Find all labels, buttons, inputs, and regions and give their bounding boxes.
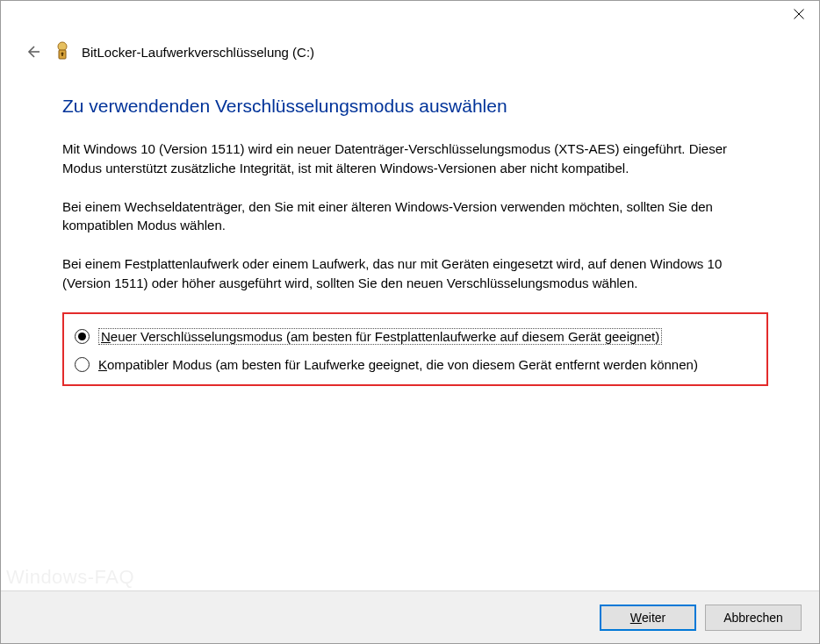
content-area: Zu verwendenden Verschlüsselungsmodus au… (1, 68, 819, 590)
intro-paragraph-3: Bei einem Festplattenlaufwerk oder einem… (62, 254, 768, 293)
svg-rect-6 (61, 54, 63, 56)
mnemonic-char: N (101, 329, 111, 344)
radio-new-mode-label: Neuer Verschlüsselungsmodus (am besten f… (98, 328, 662, 345)
mnemonic-char: K (98, 357, 107, 372)
header-row: BitLocker-Laufwerkverschlüsselung (C:) (1, 36, 819, 68)
label-rest: eiter (642, 611, 665, 625)
label-rest: ompatibler Modus (am besten für Laufwerk… (107, 357, 698, 372)
label-rest: euer Verschlüsselungsmodus (am besten fü… (111, 329, 659, 344)
next-button[interactable]: Weiter (600, 605, 696, 631)
bitlocker-wizard-window: BitLocker-Laufwerkverschlüsselung (C:) Z… (0, 0, 820, 644)
close-icon (794, 9, 804, 19)
cancel-button[interactable]: Abbrechen (705, 605, 802, 631)
radio-indicator (75, 329, 90, 344)
encryption-mode-group: Neuer Verschlüsselungsmodus (am besten f… (62, 312, 768, 386)
radio-compat-mode-label: Kompatibler Modus (am besten für Laufwer… (98, 357, 698, 372)
radio-new-mode[interactable]: Neuer Verschlüsselungsmodus (am besten f… (75, 328, 756, 345)
titlebar (1, 1, 819, 36)
button-bar: Weiter Abbrechen (1, 590, 819, 643)
intro-paragraph-1: Mit Windows 10 (Version 1511) wird ein n… (62, 140, 768, 178)
back-arrow-icon (25, 44, 40, 60)
page-heading: Zu verwendenden Verschlüsselungsmodus au… (62, 96, 768, 117)
back-button[interactable] (22, 41, 43, 62)
intro-paragraph-2: Bei einem Wechseldatenträger, den Sie mi… (62, 197, 768, 236)
mnemonic-char: W (630, 611, 642, 625)
close-button[interactable] (779, 1, 819, 27)
radio-indicator (75, 357, 90, 372)
radio-dot-icon (78, 333, 86, 340)
radio-compat-mode[interactable]: Kompatibler Modus (am besten für Laufwer… (75, 357, 756, 372)
bitlocker-icon (54, 41, 71, 62)
app-title: BitLocker-Laufwerkverschlüsselung (C:) (82, 45, 314, 60)
